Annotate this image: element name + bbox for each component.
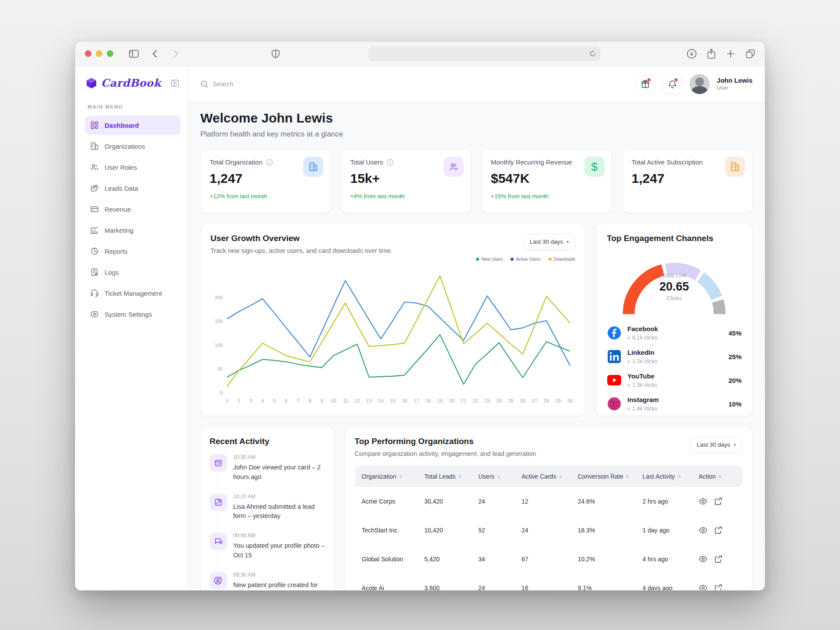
close-window-button[interactable] bbox=[85, 50, 91, 57]
sidebar-item-leads-data[interactable]: Leads Data bbox=[85, 178, 181, 198]
new-tab-icon[interactable] bbox=[726, 49, 735, 58]
search-input[interactable] bbox=[213, 80, 344, 88]
sidebar-item-reports[interactable]: Reports bbox=[85, 242, 181, 261]
row-view-button[interactable] bbox=[699, 527, 707, 534]
sidebar-item-organizations[interactable]: Organizations bbox=[85, 136, 181, 156]
column-header-users[interactable]: Users⇅ bbox=[478, 473, 522, 480]
share-out-icon bbox=[714, 555, 722, 563]
forward-button[interactable] bbox=[169, 47, 182, 60]
column-header-active-cards[interactable]: Active Cards⇅ bbox=[522, 473, 578, 480]
info-icon[interactable] bbox=[387, 159, 394, 166]
channel-pct: 25% bbox=[728, 353, 742, 360]
tab-overview-icon[interactable] bbox=[746, 49, 755, 59]
sidebar-collapse-button[interactable] bbox=[169, 77, 181, 89]
stat-card-total-users: Total Users 15k+ +8% from last month bbox=[341, 149, 472, 213]
sidebar-item-user-roles[interactable]: User Roles bbox=[85, 158, 181, 177]
bullet-dot bbox=[627, 384, 630, 386]
row-share-button[interactable] bbox=[714, 526, 722, 534]
cell-users: 24 bbox=[478, 498, 522, 505]
stat-card-monthly-recurring-revenue: Monthly Recurring Revenue $ $547K +15% f… bbox=[482, 149, 612, 213]
activity-text: Lisa Ahmed submitted a lead form – yeste… bbox=[233, 502, 325, 522]
notifications-button[interactable] bbox=[662, 74, 682, 94]
svg-text:9: 9 bbox=[320, 398, 323, 403]
stat-label: Total Users bbox=[350, 158, 383, 166]
sidebar-item-marketing[interactable]: Marketing bbox=[85, 220, 181, 240]
activity-text: You updated your profile photo – Oct 15 bbox=[233, 541, 325, 560]
zoom-window-button[interactable] bbox=[107, 50, 113, 57]
channel-name: Instagram bbox=[627, 396, 659, 403]
row-share-button[interactable] bbox=[714, 497, 722, 505]
svg-text:13: 13 bbox=[366, 398, 371, 403]
dollar-icon: $ bbox=[584, 157, 605, 177]
bullet-dot bbox=[627, 337, 630, 339]
cell-conversion-rate: 9.1% bbox=[578, 584, 642, 591]
cell-organization: TechStart Inc bbox=[362, 527, 424, 534]
users-icon bbox=[444, 157, 464, 177]
growth-title: User Growth Overview bbox=[210, 234, 392, 243]
column-header-last-activity[interactable]: Last Activity⇅ bbox=[643, 473, 699, 480]
page-subtitle: Platform health and key metrics at a gla… bbox=[200, 130, 752, 139]
row-view-button[interactable] bbox=[699, 584, 707, 591]
reports-icon bbox=[90, 247, 99, 256]
cell-active-cards: 67 bbox=[522, 556, 578, 563]
sidebar-item-label: Ticket Management bbox=[105, 290, 162, 297]
growth-range-select[interactable]: Last 30 days ▾ bbox=[523, 234, 575, 250]
channel-row-facebook[interactable]: Facebook 9.1k clicks 45% bbox=[607, 321, 742, 345]
svg-text:18: 18 bbox=[425, 398, 430, 403]
sidebar-item-label: Reports bbox=[105, 248, 128, 255]
channel-row-instagram[interactable]: Instagram 1.4k clicks 10% bbox=[607, 392, 742, 416]
sidebar-item-label: Organizations bbox=[105, 143, 145, 150]
back-button[interactable] bbox=[148, 47, 161, 60]
address-bar[interactable] bbox=[368, 46, 600, 61]
reload-icon[interactable] bbox=[589, 50, 596, 57]
channel-row-linkedin[interactable]: LinkedIn 1.2k clicks 25% bbox=[607, 345, 742, 368]
column-header-action[interactable]: Action⇅ bbox=[699, 473, 735, 480]
leads-data-icon bbox=[90, 184, 99, 192]
orgs-subtitle: Compare organization activity, engagemen… bbox=[355, 450, 536, 457]
user-avatar[interactable] bbox=[690, 74, 710, 94]
orgs-range-select[interactable]: Last 30 days ▾ bbox=[690, 437, 742, 453]
share-out-icon bbox=[714, 584, 722, 591]
row-view-button[interactable] bbox=[699, 498, 707, 505]
stat-card-total-active-subscription: Total Active Subscription 1,247 bbox=[623, 149, 753, 213]
sidebar-item-label: Leads Data bbox=[105, 185, 138, 192]
chevron-down-icon: ▾ bbox=[567, 239, 569, 244]
channel-clicks: 9.1k clicks bbox=[632, 335, 658, 341]
column-header-organization[interactable]: Organization⇅ bbox=[362, 473, 424, 480]
search-box bbox=[200, 80, 629, 88]
svg-text:29: 29 bbox=[556, 398, 561, 403]
sidebar-item-ticket-management[interactable]: Ticket Management bbox=[85, 284, 181, 303]
sidebar-item-system-settings[interactable]: System Settings bbox=[85, 304, 181, 324]
cell-users: 34 bbox=[478, 556, 522, 563]
svg-text:21: 21 bbox=[461, 398, 466, 403]
downloads-icon[interactable] bbox=[687, 49, 696, 59]
cell-conversion-rate: 10.2% bbox=[578, 556, 642, 563]
sidebar-item-logs[interactable]: Logs bbox=[85, 262, 181, 282]
bullet-dot bbox=[627, 360, 630, 363]
browser-sidebar-icon[interactable] bbox=[127, 47, 140, 60]
row-view-button[interactable] bbox=[699, 556, 707, 563]
share-icon[interactable] bbox=[707, 49, 716, 59]
cell-total-leads: 10,420 bbox=[424, 527, 478, 534]
column-header-total-leads[interactable]: Total Leads⇅ bbox=[424, 473, 478, 480]
app-header: John Lewis User bbox=[188, 66, 765, 102]
activity-item: 10:10 AM Lisa Ahmed submitted a lead for… bbox=[210, 494, 325, 522]
user-role: User bbox=[717, 85, 752, 91]
facebook-icon bbox=[607, 326, 622, 340]
growth-chart-svg: 0501001502001234567891011121314151617181… bbox=[210, 262, 576, 407]
eye-icon bbox=[699, 498, 707, 505]
channel-row-youtube[interactable]: YouTube 1.3k clicks 20% bbox=[607, 368, 742, 392]
sidebar-item-label: User Roles bbox=[105, 164, 137, 171]
sidebar-item-revenue[interactable]: Revenue bbox=[85, 200, 181, 219]
traffic-lights bbox=[85, 50, 113, 57]
rewards-button[interactable] bbox=[635, 74, 655, 94]
logs-icon bbox=[90, 268, 99, 276]
info-icon[interactable] bbox=[266, 159, 273, 166]
table-row: Acme Corps 30,420 24 12 24.6% 2 hrs ago bbox=[355, 487, 742, 516]
minimize-window-button[interactable] bbox=[96, 50, 102, 57]
row-share-button[interactable] bbox=[714, 555, 722, 563]
column-header-conversion-rate[interactable]: Conversion Rate⇅ bbox=[578, 473, 642, 480]
activity-time: 10:10 AM bbox=[233, 494, 325, 500]
row-share-button[interactable] bbox=[714, 584, 722, 591]
sidebar-item-dashboard[interactable]: Dashboard bbox=[85, 116, 181, 135]
